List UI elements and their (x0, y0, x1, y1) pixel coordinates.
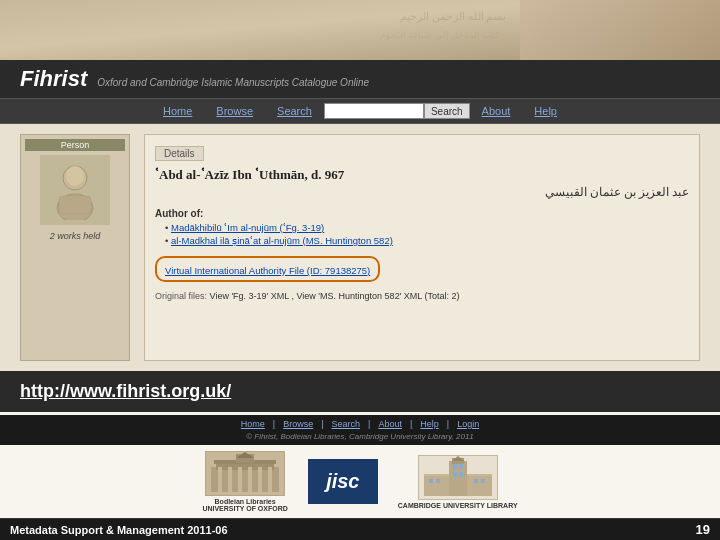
details-panel: Details ʿAbd al-ʿAzīz Ibn ʿUthmān, d. 96… (144, 134, 700, 361)
author-of-label: Author of: (155, 208, 689, 219)
cambridge-logo-box: CAMBRIDGE UNIVERSITY LIBRARY (398, 455, 518, 509)
jisc-text: jisc (326, 470, 359, 493)
jisc-logo: jisc (308, 459, 378, 504)
work-item-2: • al-Madkhal ilā ṣināʿat al-nujūm (MS. H… (165, 235, 689, 246)
svg-rect-11 (228, 467, 232, 492)
svg-rect-6 (59, 196, 91, 214)
app-subtitle: Oxford and Cambridge Islamic Manuscripts… (97, 77, 369, 88)
work-item-1: • Madākhibilū ʿIm al-nujūm (ʿFg. 3-19) (165, 222, 689, 233)
cambridge-label: CAMBRIDGE UNIVERSITY LIBRARY (398, 502, 518, 509)
bodleian-logo-box: Bodleian LibrariesUNIVERSITY OF OXFORD (202, 451, 287, 512)
search-input[interactable] (324, 103, 424, 119)
svg-rect-21 (449, 461, 467, 496)
app-title: Fihrist (20, 66, 87, 92)
person-name-latin: ʿAbd al-ʿAzīz Ibn ʿUthmān, d. 967 (155, 167, 689, 183)
nav-help[interactable]: Help (522, 103, 569, 119)
footer-nav-about[interactable]: About (378, 419, 402, 429)
footer-copyright: © Fihrist, Bodleian Libraries, Cambridge… (246, 432, 474, 441)
nav-search[interactable]: Search (265, 103, 324, 119)
svg-rect-10 (218, 467, 222, 492)
footer-nav: Home | Browse | Search | About | Help | … (241, 419, 479, 429)
person-avatar (40, 155, 110, 225)
status-bar: Metadata Support & Management 2011-06 19 (0, 518, 720, 540)
top-banner: بسم الله الرحمن الرحيم كتاب المدخل إلى ص… (0, 0, 720, 60)
title-bar: Fihrist Oxford and Cambridge Islamic Man… (0, 60, 720, 98)
svg-rect-13 (248, 467, 252, 492)
svg-rect-24 (453, 464, 457, 469)
footer-nav-sep1: | (273, 419, 275, 429)
slide-container: بسم الله الرحمن الرحيم كتاب المدخل إلى ص… (0, 0, 720, 540)
footer-nav-search[interactable]: Search (332, 419, 361, 429)
original-files: Original files: View 'Fg. 3-19' XML , Vi… (155, 291, 689, 301)
svg-rect-31 (436, 479, 440, 483)
svg-rect-27 (459, 472, 463, 477)
navigation-bar: Home Browse Search Search About Help (0, 98, 720, 124)
svg-text:كتاب المدخل إلى صناعة النجوم: كتاب المدخل إلى صناعة النجوم (380, 30, 501, 41)
logos-section: Bodleian LibrariesUNIVERSITY OF OXFORD j… (0, 445, 720, 518)
footer-nav-sep4: | (410, 419, 412, 429)
original-files-label: Original files: (155, 291, 207, 301)
footer: Home | Browse | Search | About | Help | … (0, 415, 720, 445)
nav-about[interactable]: About (470, 103, 523, 119)
status-text: Metadata Support & Management 2011-06 (10, 524, 228, 536)
footer-nav-sep2: | (321, 419, 323, 429)
svg-rect-29 (467, 476, 492, 496)
work-link-2[interactable]: al-Madkhal ilā ṣināʿat al-nujūm (MS. Hun… (171, 235, 393, 246)
search-button[interactable]: Search (424, 103, 470, 119)
details-label-badge: Details (155, 146, 204, 161)
footer-nav-browse[interactable]: Browse (283, 419, 313, 429)
person-card: Person 2 works held (20, 134, 130, 361)
footer-nav-sep3: | (368, 419, 370, 429)
footer-nav-sep5: | (447, 419, 449, 429)
cambridge-logo (418, 455, 498, 500)
bodleian-label: Bodleian LibrariesUNIVERSITY OF OXFORD (202, 498, 287, 512)
svg-rect-33 (481, 479, 485, 483)
authority-file-link[interactable]: Virtual International Authority File (ID… (165, 265, 370, 276)
svg-point-4 (66, 166, 84, 186)
footer-nav-login[interactable]: Login (457, 419, 479, 429)
person-type-label: Person (25, 139, 125, 151)
svg-rect-14 (258, 467, 262, 492)
url-section: http://www.fihrist.org.uk/ (0, 371, 720, 412)
svg-text:بسم الله الرحمن الرحيم: بسم الله الرحمن الرحيم (400, 10, 506, 23)
svg-rect-15 (268, 467, 272, 492)
jisc-logo-box: jisc (308, 459, 378, 504)
original-files-text: View 'Fg. 3-19' XML , View 'MS. Huntingt… (210, 291, 460, 301)
nav-home[interactable]: Home (151, 103, 204, 119)
footer-nav-help[interactable]: Help (420, 419, 439, 429)
nav-browse[interactable]: Browse (204, 103, 265, 119)
person-works-count: 2 works held (50, 231, 101, 241)
footer-nav-home[interactable]: Home (241, 419, 265, 429)
website-url[interactable]: http://www.fihrist.org.uk/ (20, 381, 231, 402)
main-content: Person 2 works held Details ʿAbd al-ʿAzī… (0, 124, 720, 371)
svg-rect-12 (238, 467, 242, 492)
slide-number: 19 (696, 522, 710, 537)
svg-rect-26 (453, 472, 457, 477)
person-name-arabic: عبد العزيز بن عثمان القبيسي (155, 185, 689, 200)
authority-file-box: Virtual International Authority File (ID… (155, 256, 380, 282)
svg-rect-0 (0, 0, 720, 60)
svg-rect-30 (429, 479, 433, 483)
bodleian-logo (205, 451, 285, 496)
work-link-1[interactable]: Madākhibilū ʿIm al-nujūm (ʿFg. 3-19) (171, 222, 324, 233)
svg-rect-32 (474, 479, 478, 483)
svg-rect-25 (459, 464, 463, 469)
